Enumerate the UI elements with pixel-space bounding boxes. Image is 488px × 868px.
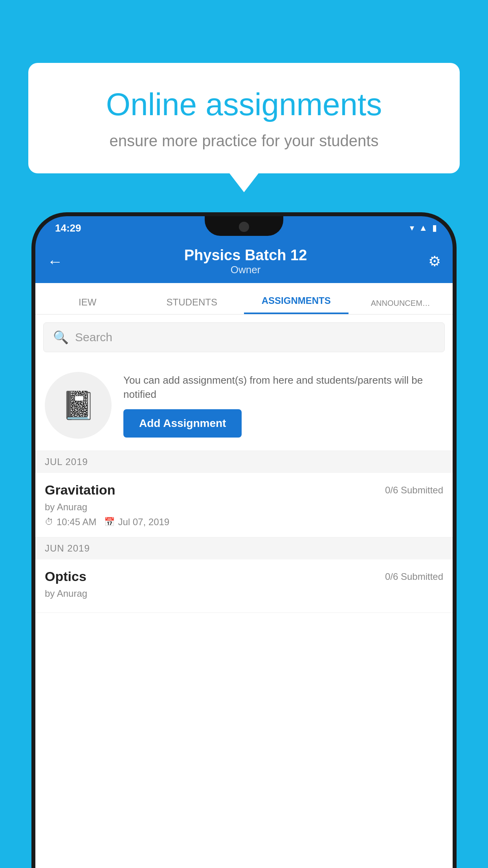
- app-bar-subtitle: Owner: [184, 264, 307, 276]
- assignment-row1-optics: Optics 0/6 Submitted: [45, 569, 443, 584]
- bubble-subtitle: ensure more practice for your students: [52, 132, 436, 150]
- back-button[interactable]: ←: [47, 253, 63, 270]
- app-bar: ← Physics Batch 12 Owner ⚙: [35, 240, 453, 283]
- calendar-icon: 📅: [104, 517, 115, 527]
- tab-announcements[interactable]: ANNOUNCEM…: [349, 299, 453, 314]
- tab-students[interactable]: STUDENTS: [140, 297, 244, 314]
- camera: [239, 222, 249, 232]
- content-area: 🔍 Search 📓 You can add assignment(s) fro…: [35, 314, 453, 868]
- assignment-author-optics: by Anurag: [45, 588, 443, 599]
- phone-inner: 14:29 ▾ ▲ ▮ ← Physics Batch 12 Owner ⚙ I…: [35, 216, 453, 868]
- assignment-row1: Gravitation 0/6 Submitted: [45, 482, 443, 498]
- assignment-gravitation[interactable]: Gravitation 0/6 Submitted by Anurag ⏱ 10…: [35, 473, 453, 537]
- wifi-icon: ▾: [410, 223, 414, 233]
- search-icon: 🔍: [53, 330, 69, 345]
- search-placeholder: Search: [75, 331, 112, 344]
- assignment-author-gravitation: by Anurag: [45, 502, 443, 513]
- section-jul-2019: JUL 2019: [35, 451, 453, 473]
- tab-bar: IEW STUDENTS ASSIGNMENTS ANNOUNCEM…: [35, 283, 453, 314]
- app-bar-center: Physics Batch 12 Owner: [184, 247, 307, 276]
- tab-view[interactable]: IEW: [35, 297, 140, 314]
- promo-text-area: You can add assignment(s) from here and …: [123, 373, 443, 438]
- status-icons: ▾ ▲ ▮: [410, 223, 437, 233]
- assignment-submitted-gravitation: 0/6 Submitted: [385, 485, 443, 496]
- assignment-time: 10:45 AM: [57, 517, 96, 528]
- assignment-name-gravitation: Gravitation: [45, 482, 115, 498]
- notch: [205, 216, 283, 236]
- assignment-optics[interactable]: Optics 0/6 Submitted by Anurag: [35, 559, 453, 613]
- battery-icon: ▮: [432, 223, 437, 233]
- assignment-name-optics: Optics: [45, 569, 86, 584]
- section-jun-2019: JUN 2019: [35, 537, 453, 559]
- promo-icon-circle: 📓: [45, 372, 112, 439]
- speech-bubble: Online assignments ensure more practice …: [28, 63, 460, 173]
- clock-icon: ⏱: [45, 517, 53, 527]
- assignment-submitted-optics: 0/6 Submitted: [385, 571, 443, 582]
- meta-date: 📅 Jul 07, 2019: [104, 517, 169, 528]
- settings-button[interactable]: ⚙: [428, 253, 441, 270]
- tab-assignments[interactable]: ASSIGNMENTS: [244, 295, 349, 314]
- promo-description: You can add assignment(s) from here and …: [123, 373, 443, 402]
- search-bar[interactable]: 🔍 Search: [43, 322, 445, 352]
- meta-time: ⏱ 10:45 AM: [45, 517, 96, 528]
- phone-frame: 14:29 ▾ ▲ ▮ ← Physics Batch 12 Owner ⚙ I…: [31, 212, 457, 868]
- bubble-title: Online assignments: [52, 86, 436, 123]
- promo-section: 📓 You can add assignment(s) from here an…: [35, 360, 453, 451]
- status-time: 14:29: [55, 222, 81, 234]
- assignment-meta-gravitation: ⏱ 10:45 AM 📅 Jul 07, 2019: [45, 517, 443, 528]
- app-bar-title: Physics Batch 12: [184, 247, 307, 264]
- notebook-icon: 📓: [61, 389, 95, 421]
- assignment-date: Jul 07, 2019: [118, 517, 169, 528]
- signal-icon: ▲: [419, 223, 427, 233]
- add-assignment-button[interactable]: Add Assignment: [123, 409, 242, 438]
